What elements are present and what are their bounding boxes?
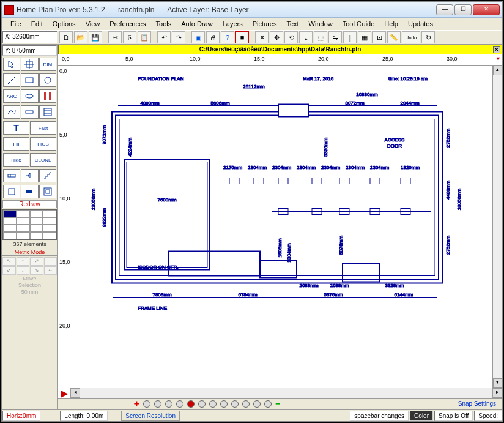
tool-copy[interactable]: ⎘ [123, 31, 136, 43]
minimize-button[interactable]: — [436, 4, 453, 15]
redraw-button[interactable]: Redraw [2, 200, 57, 208]
tool-pointer[interactable] [3, 58, 20, 71]
filebar-close[interactable]: ✕ [493, 46, 500, 53]
tool-open[interactable]: 📂 [74, 31, 87, 43]
tool-delete[interactable]: ✕ [255, 31, 269, 43]
menu-text[interactable]: Text [281, 19, 303, 29]
tool-save[interactable]: 💾 [89, 31, 102, 43]
menu-options[interactable]: Options [48, 19, 81, 29]
tool-misc3[interactable] [39, 185, 56, 198]
tool-arc[interactable]: ARC [3, 89, 20, 103]
menu-view[interactable]: View [81, 19, 105, 29]
dec-button[interactable]: ━ [276, 400, 280, 407]
menu-file[interactable]: File [6, 19, 26, 29]
opt8[interactable] [220, 400, 228, 408]
tool-fill[interactable]: Fill [3, 137, 29, 151]
tool-angle[interactable]: ⦜ [299, 31, 313, 43]
move-nw[interactable]: ↖ [2, 257, 16, 266]
tool-text-big[interactable]: T [3, 121, 29, 135]
inc-button[interactable]: ✚ [134, 400, 139, 407]
tool-undo[interactable]: ↶ [157, 31, 171, 43]
close-button[interactable]: ✕ [473, 4, 500, 15]
opt4[interactable] [176, 400, 183, 408]
tool-help[interactable]: ? [221, 31, 234, 43]
tool-paste[interactable]: 📋 [138, 31, 151, 43]
color-palette[interactable] [2, 209, 57, 240]
move-ne[interactable]: ↗ [30, 257, 43, 266]
tool-hide[interactable]: Hide [3, 153, 29, 167]
tool-select[interactable]: ⬚ [314, 31, 327, 43]
menu-tools[interactable]: Tools [151, 19, 177, 29]
tool-cut[interactable]: ✂ [108, 31, 122, 43]
opt1[interactable] [143, 400, 150, 408]
menu-help[interactable]: Help [379, 19, 403, 29]
opt3[interactable] [165, 400, 172, 408]
tool-align[interactable]: ‖ [343, 31, 357, 43]
maximize-button[interactable]: ☐ [454, 4, 472, 15]
tool-text-fast[interactable]: Fast [30, 121, 56, 135]
menu-layers[interactable]: Layers [218, 19, 248, 29]
snap-settings-link[interactable]: Snap Settings [458, 400, 496, 407]
opt11[interactable] [253, 400, 261, 408]
tool-new[interactable]: 🗋 [59, 31, 73, 43]
menu-toolguide[interactable]: Tool Guide [338, 19, 380, 29]
scrollbar-horizontal[interactable] [80, 388, 492, 398]
tool-pattern[interactable] [39, 89, 56, 103]
tool-wall[interactable] [21, 105, 38, 119]
tool-mirror[interactable]: ⇋ [328, 31, 342, 43]
tool-snap[interactable]: ⊡ [372, 31, 386, 43]
opt12[interactable] [264, 400, 272, 408]
move-e[interactable]: → [44, 257, 57, 266]
move-s[interactable]: ↓ [17, 266, 30, 275]
opt5[interactable] [187, 400, 195, 408]
tool-curve[interactable] [3, 105, 20, 119]
drawing-canvas[interactable]: FOUNDATION PLAN MaR 17, 2016 time: 10:29… [70, 66, 492, 388]
tool-redo[interactable]: ↷ [172, 31, 185, 43]
tool-stairs[interactable] [39, 169, 56, 182]
opt9[interactable] [231, 400, 239, 408]
scrollbar-vertical[interactable]: ▴ ▾ [492, 66, 502, 388]
tool-ellipse[interactable] [21, 89, 38, 103]
tool-clone[interactable]: CLONE [30, 153, 56, 167]
tool-view[interactable]: ▣ [191, 31, 205, 43]
move-n[interactable]: ↑ [17, 257, 30, 266]
move-w[interactable]: ← [44, 266, 57, 275]
tool-measure[interactable]: 📏 [387, 31, 401, 43]
menu-autodraw[interactable]: Auto Draw [176, 19, 217, 29]
move-sw[interactable]: ↙ [2, 266, 16, 275]
scroll-up[interactable]: ▴ [493, 66, 502, 75]
scroll-left[interactable]: ◂ [70, 388, 80, 398]
scroll-right[interactable]: ▸ [492, 388, 502, 398]
tool-door[interactable] [3, 169, 20, 182]
tool-grid[interactable]: ▦ [358, 31, 371, 43]
menu-preferences[interactable]: Preferences [105, 19, 150, 29]
move-se[interactable]: ↘ [30, 266, 43, 275]
menu-updates[interactable]: Updates [403, 19, 438, 29]
tool-move[interactable]: ✥ [270, 31, 283, 43]
opt6[interactable] [198, 400, 206, 408]
menu-window[interactable]: Window [304, 19, 338, 29]
tool-misc2[interactable] [21, 185, 38, 198]
menu-pictures[interactable]: Pictures [248, 19, 282, 29]
opt2[interactable] [154, 400, 161, 408]
tool-undo-label[interactable]: Undo [402, 31, 420, 43]
scroll-down[interactable]: ▾ [493, 378, 502, 388]
tool-target[interactable] [21, 58, 38, 71]
tool-figs[interactable]: FIGS [30, 137, 56, 151]
tool-dim[interactable]: DIM [39, 58, 56, 71]
status-color[interactable]: Color [410, 411, 433, 421]
tool-rotate[interactable]: ⟲ [284, 31, 298, 43]
tool-circle[interactable] [39, 73, 56, 87]
status-screen[interactable]: Screen Resolution [121, 411, 180, 421]
tool-misc1[interactable] [3, 185, 20, 198]
tool-window[interactable] [21, 169, 38, 182]
tool-hatch[interactable] [39, 105, 56, 119]
tool-redo2[interactable]: ↻ [421, 31, 435, 43]
tool-print[interactable]: 🖨 [206, 31, 220, 43]
opt7[interactable] [209, 400, 217, 408]
tool-rect[interactable] [21, 73, 38, 87]
menu-edit[interactable]: Edit [26, 19, 48, 29]
tool-line[interactable] [3, 73, 20, 87]
tool-stop[interactable]: ■ [235, 31, 249, 43]
opt10[interactable] [242, 400, 250, 408]
